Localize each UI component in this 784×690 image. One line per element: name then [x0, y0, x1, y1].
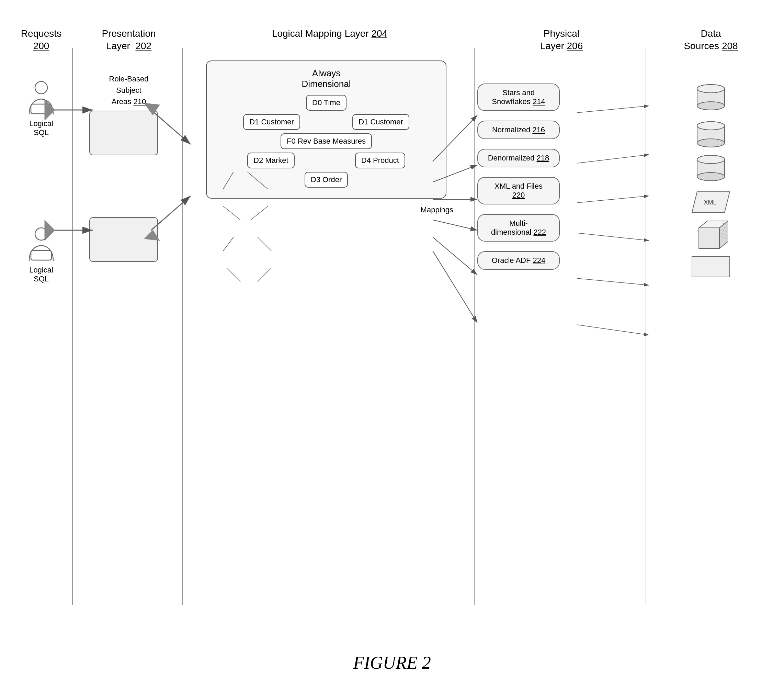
person-2-group: LogicalSQL	[7, 226, 76, 284]
always-dimensional-label: AlwaysDimensional	[217, 68, 435, 89]
svg-line-42	[227, 268, 240, 282]
always-dimensional-box: AlwaysDimensional D0 Time D1 Customer D1…	[206, 61, 446, 199]
cube-shape-svg	[694, 218, 728, 252]
logical-header: Logical Mapping Layer 204	[185, 28, 474, 40]
svg-point-7	[697, 84, 725, 93]
multidimensional-box: Multi-dimensional 222	[477, 214, 560, 241]
f0-rev-box: F0 Rev Base Measures	[280, 133, 372, 149]
cylinder-1-svg	[694, 84, 728, 111]
cylinder-3	[649, 154, 772, 182]
svg-rect-26	[692, 256, 730, 277]
d3-row: D3 Order	[217, 172, 435, 188]
person-1-icon	[26, 80, 57, 118]
f0-row: F0 Rev Base Measures	[217, 133, 435, 149]
rectangle-shape-group	[649, 255, 772, 279]
requests-column: Requests200 LogicalSQL LogicalSQL	[7, 28, 76, 284]
d0-time-box: D0 Time	[306, 95, 346, 111]
datasources-header: DataSources 208	[649, 28, 772, 53]
normalized-item: Normalized 216	[477, 121, 646, 139]
stars-snowflakes-item: Stars andSnowflakes 214	[477, 84, 646, 111]
d1-customer-right-box: D1 Customer	[352, 114, 409, 130]
d1-row: D1 Customer D1 Customer	[217, 114, 435, 130]
svg-text:XML: XML	[703, 199, 716, 206]
role-based-label: Role-BasedSubjectAreas 210	[76, 73, 182, 107]
svg-line-55	[577, 325, 649, 335]
svg-rect-3	[31, 251, 51, 260]
svg-point-2	[35, 228, 48, 240]
presentation-column: PresentationLayer 202 Role-BasedSubjectA…	[76, 28, 182, 262]
oracle-adf-box: Oracle ADF 224	[477, 251, 560, 270]
svg-point-10	[697, 139, 725, 147]
logical-column: Logical Mapping Layer 204 AlwaysDimensio…	[185, 28, 474, 215]
svg-point-6	[697, 102, 725, 110]
person-1-label: LogicalSQL	[29, 119, 53, 137]
oracle-adf-item: Oracle ADF 224	[477, 251, 646, 270]
svg-point-15	[697, 155, 725, 163]
denormalized-box: Denormalized 218	[477, 149, 560, 167]
figure-caption: FIGURE 2	[0, 652, 784, 673]
svg-rect-18	[699, 228, 720, 248]
subject-area-box-1	[89, 111, 158, 155]
d4-product-box: D4 Product	[355, 153, 405, 168]
stars-snowflakes-box: Stars andSnowflakes 214	[477, 84, 560, 111]
cylinder-2-svg	[694, 121, 728, 148]
physical-header: PhysicalLayer 206	[477, 28, 646, 53]
divider-4	[646, 48, 646, 605]
denormalized-item: Denormalized 218	[477, 149, 646, 167]
d2-market-box: D2 Market	[247, 153, 294, 168]
svg-point-0	[35, 81, 48, 94]
cylinder-2	[649, 121, 772, 148]
divider-2	[182, 48, 183, 605]
xml-files-box: XML and Files220	[477, 177, 560, 205]
svg-rect-1	[31, 104, 51, 114]
cube-shape-group	[649, 218, 772, 252]
svg-point-14	[697, 173, 725, 181]
d2-d4-row: D2 Market D4 Product	[217, 153, 435, 168]
mappings-label: Mappings	[185, 205, 474, 215]
person-1-group: LogicalSQL	[7, 80, 76, 137]
svg-line-49	[433, 251, 477, 323]
d3-order-box: D3 Order	[305, 172, 348, 188]
cylinder-1	[649, 84, 772, 111]
d0-row: D0 Time	[217, 95, 435, 111]
person-2-icon	[26, 226, 57, 264]
svg-line-43	[257, 268, 271, 282]
rectangle-shape-svg	[690, 255, 731, 279]
subject-area-box-2	[89, 217, 158, 262]
xml-files-item: XML and Files220	[477, 177, 646, 205]
physical-column: PhysicalLayer 206 Stars andSnowflakes 21…	[477, 28, 646, 270]
svg-point-11	[697, 122, 725, 130]
normalized-box: Normalized 216	[477, 121, 560, 139]
svg-line-54	[577, 278, 649, 285]
xml-shape-group: XML	[649, 190, 772, 214]
diagram: Requests200 LogicalSQL LogicalSQL Presen…	[0, 28, 784, 646]
divider-3	[474, 48, 474, 605]
cylinder-3-svg	[694, 154, 728, 182]
multidimensional-item: Multi-dimensional 222	[477, 214, 646, 241]
presentation-header: PresentationLayer 202	[76, 28, 182, 53]
d1-customer-left-box: D1 Customer	[243, 114, 300, 130]
svg-line-48	[433, 237, 477, 275]
datasources-column: DataSources 208	[649, 28, 772, 279]
svg-line-47	[433, 220, 477, 230]
requests-header: Requests200	[7, 28, 76, 53]
xml-shape-svg: XML	[690, 190, 731, 214]
person-2-label: LogicalSQL	[29, 266, 53, 284]
svg-line-40	[223, 237, 234, 251]
svg-line-41	[257, 237, 271, 251]
